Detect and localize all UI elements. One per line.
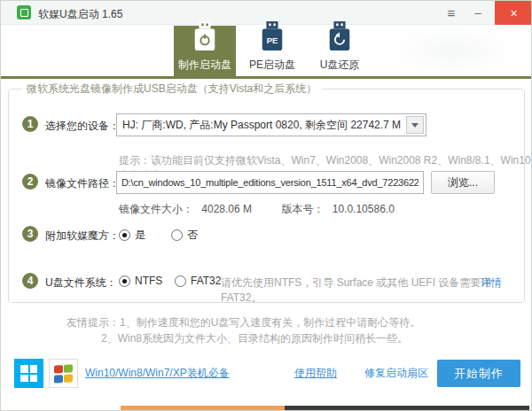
radio-icon bbox=[171, 229, 183, 241]
radio-icon bbox=[119, 275, 130, 287]
tab-pe-boot-disk[interactable]: PE PE启动盘 bbox=[241, 26, 303, 76]
usb-power-icon bbox=[192, 20, 218, 55]
radio-icon bbox=[119, 229, 130, 241]
tab-label: U盘还原 bbox=[320, 58, 360, 73]
menu-icon[interactable]: ≡ bbox=[439, 1, 464, 24]
radio-ntfs[interactable]: NTFS bbox=[119, 275, 162, 287]
iso-version-value: 10.0.10586.0 bbox=[332, 203, 395, 215]
essentials-link[interactable]: Win10/Win8/Win7/XP装机必备 bbox=[85, 366, 230, 381]
step2-label: 镜像文件路径： bbox=[45, 176, 120, 191]
radio-label: 是 bbox=[135, 228, 145, 243]
usb-pe-icon: PE bbox=[259, 20, 286, 55]
tab-label: 制作启动盘 bbox=[178, 58, 231, 73]
tab-usb-restore[interactable]: U盘还原 bbox=[309, 26, 371, 76]
iso-size-value: 4028.06 M bbox=[201, 203, 252, 215]
radio-magic-yes[interactable]: 是 bbox=[119, 228, 145, 243]
help-link[interactable]: 使用帮助 bbox=[294, 366, 337, 381]
iso-info-row: 镜像文件大小： 4028.06 M 版本号： 10.0.10586.0 bbox=[119, 202, 400, 217]
svg-text:PE: PE bbox=[267, 36, 278, 45]
step4-label: U盘文件系统： bbox=[45, 275, 117, 291]
close-icon[interactable]: × bbox=[495, 1, 532, 25]
tab-label: PE启动盘 bbox=[249, 58, 295, 73]
radio-magic-no[interactable]: 否 bbox=[171, 228, 198, 243]
minimize-icon[interactable]: – bbox=[466, 1, 490, 24]
detail-link[interactable]: 详情 bbox=[481, 275, 502, 291]
step2-badge: 2 bbox=[22, 174, 38, 190]
background-watermark bbox=[400, 29, 506, 74]
radio-icon bbox=[175, 275, 186, 287]
step3-badge: 3 bbox=[22, 226, 38, 242]
tips-line1: 友情提示：1、制作速度和您的U盘写入速度有关，制作过程中请耐心等待。 bbox=[66, 315, 420, 330]
bottom-strip-orange bbox=[121, 406, 285, 411]
chevron-down-icon[interactable] bbox=[406, 116, 424, 134]
tips-line2: 2、Win8系统因为文件大小、目录结构的原因制作时间稍长一些。 bbox=[101, 331, 408, 346]
tab-make-boot-disk[interactable]: 制作启动盘 bbox=[174, 26, 236, 76]
iso-version-label: 版本号： bbox=[281, 203, 324, 215]
accent-divider bbox=[1, 76, 532, 79]
device-select[interactable]: HJ: 厂商:WD, 产品:My Passport 0820, 剩余空间 227… bbox=[116, 113, 426, 136]
window-title: 软媒U盘启动 1.65 bbox=[38, 7, 122, 22]
repair-boot-sector-link[interactable]: 修复启动扇区 bbox=[364, 366, 428, 381]
step1-label: 选择您的设备： bbox=[45, 119, 120, 134]
groupbox-legend: 微软系统光盘镜像制作成USB启动盘（支持Vista和之后系统） bbox=[21, 81, 322, 97]
start-button[interactable]: 开始制作 bbox=[437, 360, 520, 387]
radio-label: 否 bbox=[187, 228, 198, 243]
iso-path-input[interactable] bbox=[116, 171, 424, 194]
app-window: 软媒U盘启动 1.65 ≡ – × 制作启动盘 bbox=[0, 0, 532, 411]
radio-label: NTFS bbox=[135, 275, 162, 287]
iso-size-label: 镜像文件大小： bbox=[119, 203, 193, 215]
radio-label: FAT32 bbox=[191, 275, 221, 287]
windows10-logo[interactable] bbox=[14, 359, 43, 388]
step1-badge: 1 bbox=[22, 116, 38, 132]
radio-fat32[interactable]: FAT32 bbox=[175, 275, 221, 287]
step3-label: 附加软媒魔方： bbox=[45, 229, 120, 244]
app-logo-icon bbox=[17, 5, 31, 19]
device-select-value: HJ: 厂商:WD, 产品:My Passport 0820, 剩余空间 227… bbox=[117, 118, 404, 133]
usb-restore-icon bbox=[326, 20, 353, 55]
browse-button[interactable]: 浏览... bbox=[431, 171, 495, 194]
step4-badge: 4 bbox=[22, 273, 38, 289]
windows-xp-logo[interactable] bbox=[49, 359, 78, 388]
bottom-strip-dark bbox=[285, 406, 529, 411]
